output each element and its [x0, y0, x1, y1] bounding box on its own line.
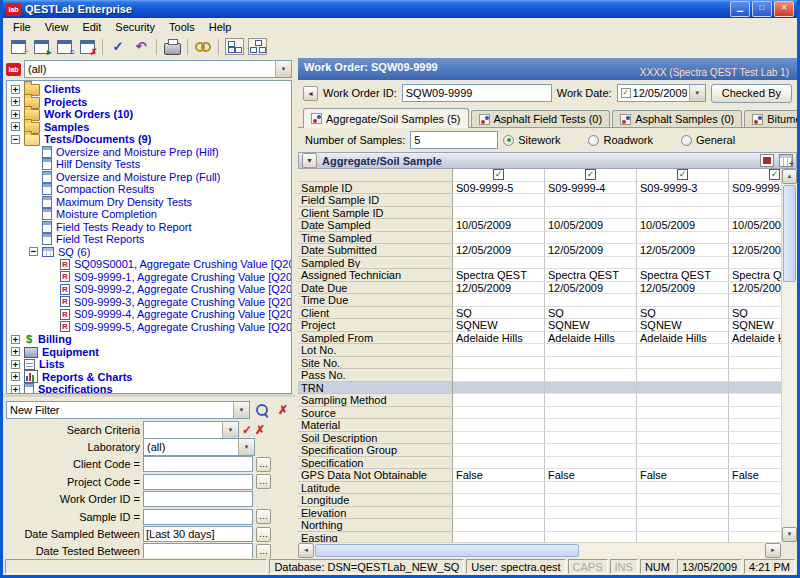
grid-cell[interactable] — [545, 519, 637, 532]
tree-item-s09-9999-1-aggregate-crushing-value-q204a-0[interactable]: RS09-9999-1, Aggregate Crushing Value [Q… — [7, 271, 291, 284]
clear-criteria-icon[interactable]: ✗ — [255, 424, 265, 436]
horizontal-scroll-track[interactable] — [314, 543, 765, 558]
grid-cell[interactable] — [545, 382, 637, 395]
tree-item-maximum-dry-density-tests[interactable]: Maximum Dry Density Tests — [7, 196, 291, 209]
grid-cell[interactable] — [453, 232, 545, 245]
grid-cell[interactable] — [453, 532, 545, 543]
grid-cell[interactable]: False — [637, 469, 729, 482]
grid-cell[interactable]: Adelaide Hills — [637, 332, 729, 345]
grid-cell[interactable] — [729, 532, 781, 543]
expand-icon[interactable]: + — [11, 347, 20, 356]
grid-cell[interactable] — [637, 419, 729, 432]
grid-cell[interactable]: 12/05/2009 — [545, 282, 637, 295]
grid-cell[interactable] — [729, 457, 781, 470]
grid-cell[interactable] — [637, 444, 729, 457]
grid-cell[interactable] — [545, 407, 637, 420]
grid-cell[interactable] — [453, 194, 545, 207]
grid-cell[interactable]: S09-9999-3 — [637, 182, 729, 195]
grid-cell[interactable]: 10/05/2009 — [729, 219, 781, 232]
vertical-scrollbar[interactable]: ▲ ▼ — [781, 169, 797, 542]
grid-cell[interactable] — [729, 519, 781, 532]
tree-item-work-orders-10[interactable]: +Work Orders (10) — [7, 108, 291, 121]
filter-date-tested-between-input[interactable] — [143, 543, 253, 558]
tree-item-moisture-completion[interactable]: Moisture Completion — [7, 208, 291, 221]
grid-cell[interactable] — [453, 369, 545, 382]
grid-cell[interactable] — [545, 257, 637, 270]
tree-item-oversize-and-moisture-prep-hilf[interactable]: Oversize and Moisture Prep (Hilf) — [7, 146, 291, 159]
grid-cell[interactable] — [637, 257, 729, 270]
menu-help[interactable]: Help — [202, 20, 239, 34]
grid-cell[interactable]: S09-9999-2 — [729, 182, 781, 195]
titlebar[interactable]: lab QESTLab Enterprise ▁ □ ✕ — [3, 0, 797, 18]
grid-cell[interactable] — [453, 257, 545, 270]
tree-item-hilf-density-tests[interactable]: Hilf Density Tests — [7, 158, 291, 171]
grid-cell[interactable] — [545, 194, 637, 207]
menu-edit[interactable]: Edit — [75, 20, 108, 34]
tree-item-samples[interactable]: +Samples — [7, 121, 291, 134]
radio-sitework[interactable]: Sitework — [503, 134, 560, 146]
grid-cell[interactable] — [545, 532, 637, 543]
clear-filter-button[interactable]: ✗ — [274, 401, 292, 418]
tree-item-sq-6[interactable]: −SQ (6) — [7, 246, 291, 259]
scroll-right-button[interactable]: ► — [765, 543, 781, 558]
chevron-down-icon[interactable]: ▼ — [233, 402, 249, 418]
number-of-samples-input[interactable] — [410, 131, 498, 149]
tree-item-s09-9999-3-aggregate-crushing-value-q204a-0[interactable]: RS09-9999-3, Aggregate Crushing Value [Q… — [7, 296, 291, 309]
grid-cell[interactable] — [729, 357, 781, 370]
tree-item-compaction-results[interactable]: Compaction Results — [7, 183, 291, 196]
lookup-button[interactable]: … — [256, 527, 271, 542]
delete-form-icon[interactable]: ✗ — [76, 37, 98, 57]
grid-cell[interactable] — [453, 519, 545, 532]
grid-cell[interactable]: 10/05/2009 — [545, 219, 637, 232]
grid-cell[interactable] — [637, 519, 729, 532]
grid-cell[interactable] — [637, 232, 729, 245]
tab-bitumen-samples-0[interactable]: Bitumen Samples (0) — [744, 110, 800, 127]
grid-cell[interactable]: SQ — [637, 307, 729, 320]
grid-cell[interactable]: SQ — [545, 307, 637, 320]
filter-search-criteria-combo[interactable]: ▼ — [143, 421, 239, 439]
grid-cell[interactable]: 12/05/2009 — [729, 244, 781, 257]
grid-cell[interactable] — [729, 294, 781, 307]
grid-cell[interactable] — [453, 432, 545, 445]
grid-cell[interactable] — [729, 207, 781, 220]
collapse-icon[interactable]: − — [29, 247, 38, 256]
close-button[interactable]: ✕ — [774, 1, 794, 17]
minimize-button[interactable]: ▁ — [730, 1, 750, 17]
scroll-left-button[interactable]: ◄ — [298, 543, 314, 558]
tree-item-sq09s0001-aggregate-crushing-value-q204a-0[interactable]: RSQ09S0001, Aggregate Crushing Value [Q2… — [7, 258, 291, 271]
grid-cell[interactable] — [453, 207, 545, 220]
vertical-scroll-thumb[interactable] — [783, 185, 796, 282]
grid-cell[interactable]: 12/05/2009 — [637, 244, 729, 257]
grid-cell[interactable] — [453, 407, 545, 420]
grid-cell[interactable] — [729, 232, 781, 245]
grid-cell[interactable]: 12/05/2009 — [729, 282, 781, 295]
grid-cell[interactable] — [729, 407, 781, 420]
maximize-button[interactable]: □ — [752, 1, 772, 17]
filter-sample-id-input[interactable] — [143, 509, 253, 525]
tree-item-s09-9999-2-aggregate-crushing-value-q204a-0[interactable]: RS09-9999-2, Aggregate Crushing Value [Q… — [7, 283, 291, 296]
grid-cell[interactable]: SQNEW — [453, 319, 545, 332]
grid-cell[interactable] — [637, 357, 729, 370]
grid-cell[interactable]: Adelaide Hills — [453, 332, 545, 345]
grid-cell[interactable]: False — [453, 469, 545, 482]
tree-item-equipment[interactable]: +Equipment — [7, 346, 291, 359]
collapse-section-button[interactable]: ▼ — [302, 153, 317, 168]
scroll-up-button[interactable]: ▲ — [782, 169, 797, 184]
vertical-scroll-track[interactable] — [782, 184, 797, 527]
grid-cell[interactable] — [637, 407, 729, 420]
tree-view-icon[interactable] — [223, 37, 245, 57]
grid-cell[interactable] — [637, 482, 729, 495]
grid-cell[interactable] — [637, 532, 729, 543]
grid-cell[interactable]: False — [729, 469, 781, 482]
grid-cell[interactable] — [545, 419, 637, 432]
grid-cell[interactable]: Spectra QEST — [729, 269, 781, 282]
grid-cell[interactable] — [545, 232, 637, 245]
horizontal-scroll-thumb[interactable] — [315, 544, 579, 557]
grid-cell[interactable] — [637, 194, 729, 207]
menu-security[interactable]: Security — [108, 20, 162, 34]
grid-cell[interactable] — [729, 432, 781, 445]
grid-cell[interactable] — [637, 457, 729, 470]
table-add-icon[interactable] — [779, 154, 793, 167]
chevron-down-icon[interactable]: ▼ — [689, 85, 705, 101]
grid-cell[interactable]: Adelaide Hills — [729, 332, 781, 345]
